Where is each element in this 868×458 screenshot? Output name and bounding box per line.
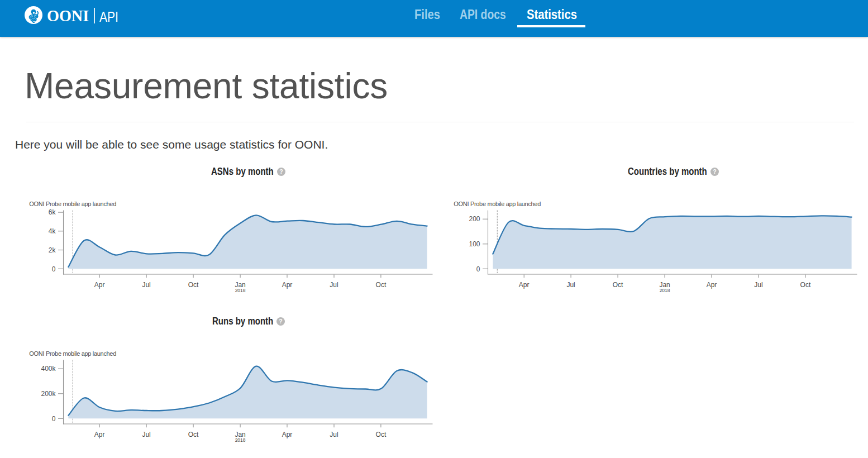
svg-text:200: 200 — [469, 215, 480, 223]
svg-text:0: 0 — [476, 265, 480, 273]
svg-text:Oct: Oct — [800, 281, 811, 289]
svg-text:Jul: Jul — [754, 281, 762, 289]
svg-text:Apr: Apr — [282, 431, 293, 438]
svg-text:Apr: Apr — [519, 281, 530, 289]
svg-text:Jul: Jul — [566, 281, 575, 289]
svg-text:Apr: Apr — [94, 281, 105, 289]
svg-text:OONI Probe mobile app launched: OONI Probe mobile app launched — [29, 201, 116, 207]
svg-text:Jul: Jul — [330, 281, 338, 289]
svg-text:0: 0 — [52, 415, 56, 423]
svg-text:Oct: Oct — [376, 431, 387, 438]
svg-text:6k: 6k — [49, 208, 56, 216]
svg-text:2018: 2018 — [235, 437, 246, 443]
svg-text:0: 0 — [52, 265, 56, 273]
svg-text:400k: 400k — [41, 365, 56, 373]
svg-text:2k: 2k — [49, 246, 56, 254]
svg-text:Apr: Apr — [94, 431, 105, 438]
svg-text:Jul: Jul — [142, 281, 150, 289]
svg-text:Oct: Oct — [376, 281, 387, 289]
svg-text:Oct: Oct — [188, 281, 199, 289]
svg-text:100: 100 — [469, 240, 480, 248]
svg-text:Apr: Apr — [707, 281, 717, 289]
svg-text:Oct: Oct — [188, 431, 199, 438]
svg-text:Oct: Oct — [613, 281, 623, 289]
svg-text:Apr: Apr — [282, 281, 293, 289]
svg-text:Jul: Jul — [142, 431, 150, 438]
svg-text:2018: 2018 — [660, 288, 670, 293]
svg-text:2018: 2018 — [235, 288, 246, 293]
svg-text:OONI Probe mobile app launched: OONI Probe mobile app launched — [29, 350, 116, 357]
svg-text:Jul: Jul — [330, 431, 338, 438]
svg-text:200k: 200k — [41, 390, 56, 398]
svg-text:OONI Probe mobile app launched: OONI Probe mobile app launched — [454, 201, 541, 207]
svg-text:4k: 4k — [49, 227, 56, 235]
